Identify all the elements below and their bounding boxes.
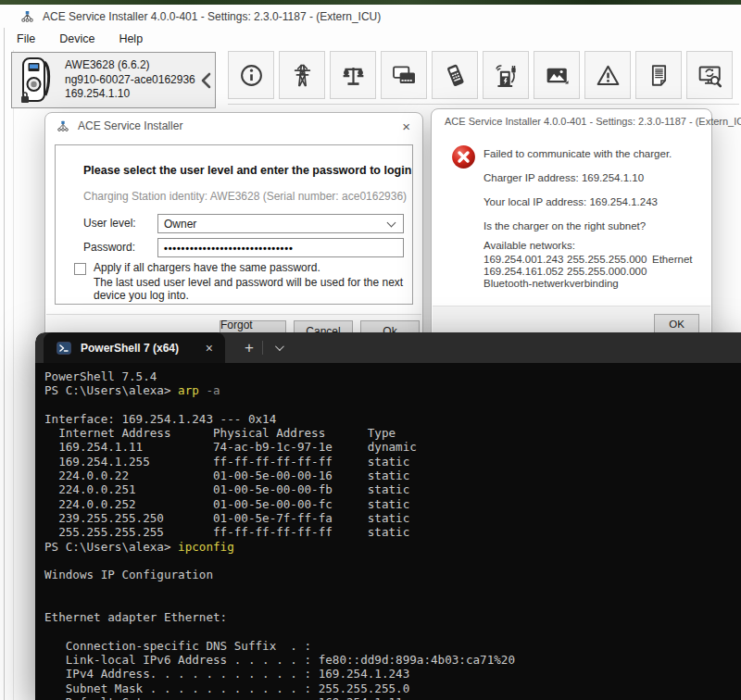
local-ip-line: Your local IP address: 169.254.1.243 <box>484 196 658 207</box>
network-row: 169.254.161.052255.255.000.000 <box>484 266 692 279</box>
user-level-value: Owner <box>164 218 196 231</box>
terminal-prompt: PS C:\Users\alexa> <box>44 540 178 554</box>
toolbar <box>228 51 733 99</box>
bluetooth-network-line: Bluetooth-netwerkverbinding <box>484 278 619 289</box>
chevron-left-icon[interactable] <box>200 72 212 89</box>
menu-help[interactable]: Help <box>119 32 143 45</box>
error-message: Failed to communicate with the charger. <box>484 148 672 159</box>
toolbar-button-info[interactable] <box>228 51 274 99</box>
terminal-line <box>44 624 741 638</box>
apply-all-checkbox[interactable] <box>74 263 86 275</box>
warning-icon <box>595 62 622 89</box>
window-frame-line <box>4 28 5 700</box>
terminal-line: Link-local IPv6 Address . . . . . : fe80… <box>44 653 741 667</box>
ev-charger-icon <box>493 62 520 89</box>
ok-button[interactable]: OK <box>654 314 699 333</box>
toolbar-button-scale[interactable] <box>330 51 376 99</box>
toolbar-button-credit-card[interactable] <box>381 51 427 99</box>
apply-all-checkbox-note: The last used user level and password wi… <box>94 276 412 302</box>
terminal-window: PowerShell 7 (x64) × + PowerShell 7.5.4P… <box>35 332 741 700</box>
terminal-line: Default Gateway . . . . . . . . . : 169.… <box>44 695 741 700</box>
terminal-line: Internet Address Physical Address Type <box>44 426 741 440</box>
monitor-search-icon <box>697 62 723 89</box>
menu-file[interactable]: File <box>17 32 35 45</box>
terminal-line <box>44 596 741 610</box>
device-list-item[interactable]: AWE3628 (6.6.2) ng910-60027-ace0162936 1… <box>11 52 216 108</box>
credit-card-icon <box>391 62 418 89</box>
tab-close-icon[interactable]: × <box>206 342 213 355</box>
error-dialog-titlebar: ACE Service Installer 4.0.0-401 - Settin… <box>432 109 711 133</box>
device-panel-border <box>13 50 14 700</box>
network-mask: 255.255.000.000 <box>567 266 652 277</box>
charging-station-identity: Charging Station identity: AWE3628 (Seri… <box>83 190 407 203</box>
terminal-line: Interface: 169.254.1.243 --- 0x14 <box>44 412 741 426</box>
document-icon <box>646 62 672 89</box>
network-name: Ethernet <box>652 254 692 265</box>
user-level-select[interactable]: Owner <box>157 214 404 233</box>
user-level-label: User level: <box>83 217 136 230</box>
terminal-line: IPv4 Address. . . . . . . . . . . : 169.… <box>44 667 741 681</box>
terminal-output[interactable]: PowerShell 7.5.4PS C:\Users\alexa> arp -… <box>35 363 741 700</box>
scale-icon <box>340 62 367 89</box>
login-dialog-title: ACE Service Installer <box>78 119 182 132</box>
terminal-line: Subnet Mask . . . . . . . . . . . : 255.… <box>44 681 741 695</box>
menu-device[interactable]: Device <box>59 32 94 45</box>
terminal-line: Ethernet adapter Ethernet: <box>44 610 741 624</box>
error-dialog: ACE Service Installer 4.0.0-401 - Settin… <box>431 108 712 342</box>
password-field[interactable]: •••••••••••••••••••••••••••••• <box>157 238 404 257</box>
toolbar-button-warning[interactable] <box>584 51 631 99</box>
chevron-down-icon <box>387 218 396 227</box>
terminal-tab-powershell[interactable]: PowerShell 7 (x64) × <box>44 332 225 363</box>
tab-dropdown-chevron-icon[interactable] <box>275 342 284 351</box>
login-form-box: Please select the user level and enter t… <box>55 144 413 305</box>
device-serial: ng910-60027-ace0162936 <box>65 73 195 88</box>
payment-terminal-icon <box>442 62 469 89</box>
terminal-line: Windows IP Configuration <box>44 568 741 581</box>
toolbar-button-ev-charger[interactable] <box>483 51 529 99</box>
error-icon <box>451 144 476 169</box>
new-tab-icon[interactable]: + <box>236 339 262 357</box>
main-window-titlebar: ACE Service Installer 4.0.0-401 - Settin… <box>0 5 741 28</box>
terminal-line <box>44 554 741 568</box>
terminal-line: Connection-specific DNS Suffix . : <box>44 639 741 653</box>
terminal-line: 169.254.1.255 ff-ff-ff-ff-ff-ff static <box>44 455 741 469</box>
password-label: Password: <box>83 241 135 254</box>
terminal-line: 239.255.255.250 01-00-5e-7f-ff-fa static <box>44 511 741 525</box>
terminal-line: PS C:\Users\alexa> ipconfig <box>44 540 741 554</box>
terminal-line: 169.254.1.11 74-ac-b9-1c-97-1e dynamic <box>44 440 741 454</box>
terminal-tab-title: PowerShell 7 (x64) <box>81 342 179 355</box>
toolbar-button-power-pylon[interactable] <box>279 51 325 99</box>
toolbar-button-monitor-search[interactable] <box>686 51 733 99</box>
toolbar-button-image[interactable] <box>534 51 580 99</box>
error-dialog-title: ACE Service Installer 4.0.0-401 - Settin… <box>445 116 741 127</box>
terminal-line: 224.0.0.251 01-00-5e-00-00-fb static <box>44 482 741 496</box>
info-icon <box>238 62 265 89</box>
close-icon[interactable]: × <box>402 119 410 133</box>
toolbar-button-payment-terminal[interactable] <box>432 51 478 99</box>
password-masked-value: •••••••••••••••••••••••••••••• <box>164 243 294 254</box>
login-dialog-titlebar: ACE Service Installer × <box>45 113 422 139</box>
terminal-line: 224.0.0.22 01-00-5e-00-00-16 static <box>44 469 741 482</box>
login-heading: Please select the user level and enter t… <box>83 164 411 177</box>
terminal-line: 224.0.0.252 01-00-5e-00-00-fc static <box>44 497 741 511</box>
terminal-line <box>44 581 741 595</box>
powershell-icon <box>57 341 71 356</box>
network-mask: 255.255.255.000 <box>567 254 652 265</box>
terminal-prompt: PS C:\Users\alexa> <box>44 383 178 397</box>
terminal-line: 255.255.255.255 ff-ff-ff-ff-ff-ff static <box>44 525 741 539</box>
terminal-titlebar[interactable]: PowerShell 7 (x64) × + <box>35 332 741 363</box>
tabbar-divider <box>262 341 263 355</box>
charger-ip-line: Charger IP address: 169.254.1.10 <box>484 172 644 183</box>
terminal-command: ipconfig <box>178 540 234 554</box>
available-networks-list: 169.254.001.243255.255.255.000Ethernet16… <box>484 253 692 278</box>
ace-app-icon <box>20 9 34 23</box>
main-window-title: ACE Service Installer 4.0.0-401 - Settin… <box>43 10 381 23</box>
network-ip: 169.254.161.052 <box>484 266 567 277</box>
charger-thumbnail <box>19 56 54 105</box>
terminal-line: PS C:\Users\alexa> arp -a <box>44 383 741 397</box>
terminal-line: PowerShell 7.5.4 <box>44 369 741 383</box>
terminal-param: -a <box>199 383 220 397</box>
power-pylon-icon <box>289 62 316 89</box>
device-name: AWE3628 (6.6.2) <box>65 58 195 73</box>
toolbar-button-document[interactable] <box>635 51 682 99</box>
